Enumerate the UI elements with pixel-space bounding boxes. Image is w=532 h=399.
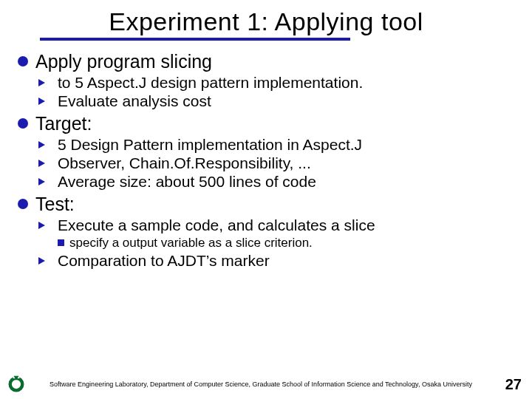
bullet-l2: 5 Design Pattern implementation in Aspec… [38,136,514,154]
triangle-bullet-icon [38,98,52,105]
bullet-l2: Average size: about 500 lines of code [38,173,514,191]
section-target: Target: 5 Design Pattern implementation … [18,113,514,191]
bullet-l2: to 5 Aspect.J design pattern implementat… [38,74,514,92]
item-text: Evaluate analysis cost [58,92,211,110]
bullet-l2: Comparation to AJDT’s marker [38,252,514,270]
title-rule [40,38,350,41]
triangle-bullet-icon [38,141,52,149]
item-text: Execute a sample code, and calculates a … [58,216,375,234]
section-apply: Apply program slicing to 5 Aspect.J desi… [18,51,514,110]
triangle-bullet-icon [38,257,52,265]
triangle-bullet-icon [38,160,52,167]
section-label: Test: [35,194,75,215]
item-text: Average size: about 500 lines of code [58,173,316,191]
slide: Experiment 1: Applying tool Apply progra… [0,0,532,270]
bullet-l2: Evaluate analysis cost [38,92,514,110]
section-label: Target: [35,113,92,134]
item-text: to 5 Aspect.J design pattern implementat… [58,74,363,92]
page-number: 27 [495,376,522,393]
osaka-logo-icon [6,374,27,395]
square-bullet-icon [58,239,64,246]
item-text: Observer, Chain.Of.Responsibility, ... [58,154,311,172]
bullet-l3: specify a output variable as a slice cri… [58,236,514,250]
footer-lab: Software Engineering Laboratory, Departm… [27,381,495,388]
item-text: Comparation to AJDT’s marker [58,252,270,270]
circle-bullet-icon [18,118,28,129]
section-label: Apply program slicing [35,51,212,72]
triangle-bullet-icon [38,178,52,185]
triangle-bullet-icon [38,79,52,86]
circle-bullet-icon [18,199,28,209]
triangle-bullet-icon [38,222,52,229]
bullet-l2: Execute a sample code, and calculates a … [38,216,514,234]
bullet-l1: Apply program slicing [18,51,514,72]
item-text: 5 Design Pattern implementation in Aspec… [58,136,362,154]
circle-bullet-icon [18,56,28,66]
subitem-text: specify a output variable as a slice cri… [69,236,313,250]
bullet-l1: Test: [18,194,514,215]
bullet-l1: Target: [18,113,514,134]
slide-title: Experiment 1: Applying tool [18,7,514,36]
footer: Software Engineering Laboratory, Departm… [0,374,532,395]
bullet-l2: Observer, Chain.Of.Responsibility, ... [38,154,514,172]
section-test: Test: Execute a sample code, and calcula… [18,194,514,270]
